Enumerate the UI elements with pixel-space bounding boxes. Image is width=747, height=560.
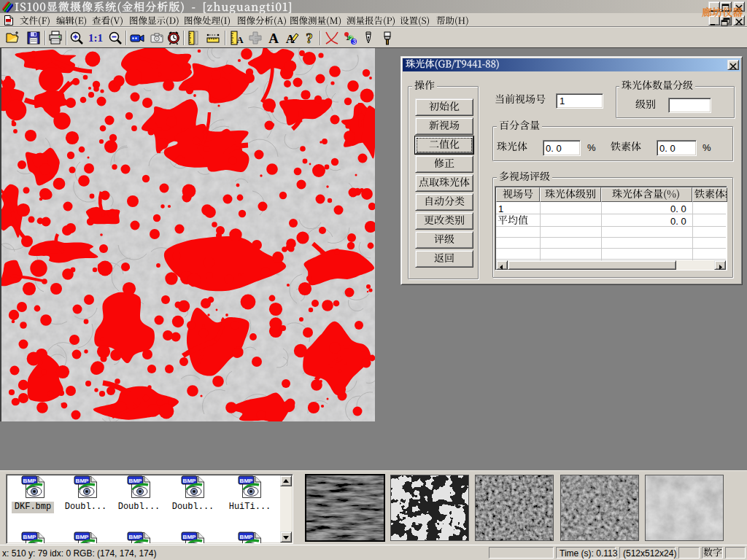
svg-text:BMP: BMP — [76, 534, 89, 540]
svg-text:BMP: BMP — [129, 534, 142, 540]
svg-text:BMP: BMP — [129, 478, 142, 484]
svg-text:BMP: BMP — [76, 478, 89, 484]
svg-text:?: ? — [306, 31, 313, 45]
svg-text:BMP: BMP — [23, 478, 36, 484]
svg-text:3: 3 — [352, 38, 356, 45]
svg-text:A: A — [236, 34, 244, 45]
svg-text:BMP: BMP — [23, 534, 36, 540]
svg-text:BMP: BMP — [183, 534, 196, 540]
svg-text:BMP: BMP — [183, 478, 196, 484]
svg-text:A: A — [268, 31, 279, 45]
svg-text:BMP: BMP — [240, 478, 253, 484]
svg-text:1:1: 1:1 — [88, 32, 103, 44]
svg-text:BMP: BMP — [240, 534, 253, 540]
